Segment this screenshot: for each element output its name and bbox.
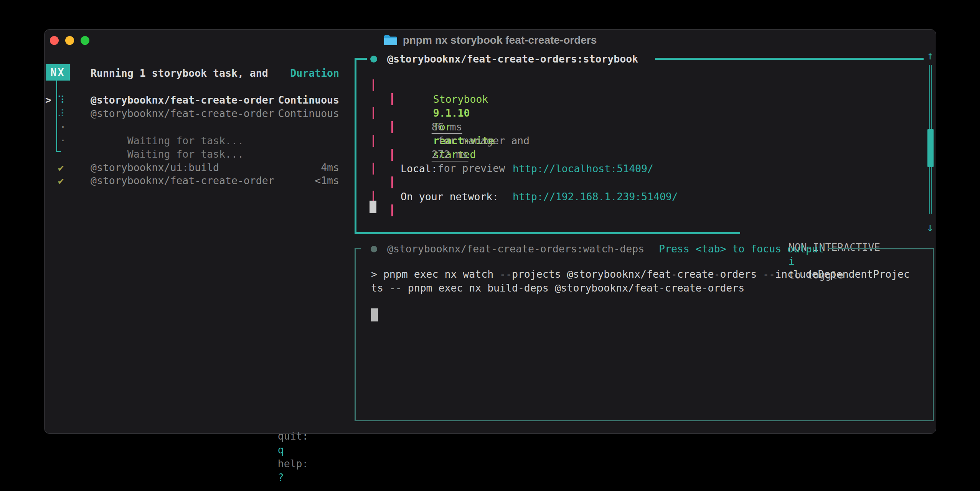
idle-task-dot-icon	[371, 246, 377, 252]
pending-bullet-icon: ·	[60, 120, 66, 134]
network-url-link[interactable]: http://192.168.1.239:51409/	[513, 190, 678, 204]
help-label: help:	[278, 458, 309, 470]
storybook-box-border	[373, 163, 374, 175]
storybook-box-border	[391, 176, 393, 188]
scrollbar-thumb[interactable]	[927, 129, 934, 167]
spinner-icon: ⠹	[57, 93, 64, 107]
scroll-up-icon[interactable]: ↑	[922, 49, 938, 62]
watch-panel-border-top	[828, 248, 934, 249]
task-name: Waiting for task...	[127, 148, 244, 160]
duration-column-header: Duration	[290, 66, 339, 80]
selected-task-marker: >	[45, 93, 51, 107]
terminal-window: pnpm nx storybook feat-create-orders NX …	[44, 29, 936, 434]
watch-panel-border-right	[933, 248, 934, 421]
check-icon: ✔	[58, 174, 64, 188]
scroll-down-icon[interactable]: ↓	[922, 221, 938, 234]
terminal-cursor	[371, 308, 378, 321]
completed-task-row[interactable]: @storybooknx/feat-create-order <1ms	[91, 174, 339, 188]
storybook-box-border	[391, 149, 393, 161]
watch-panel-border-bottom	[355, 420, 934, 421]
watch-command-line: > pnpm exec nx watch --projects @storybo…	[371, 267, 910, 281]
task-list-summary: Running 1 storybook task, and	[91, 66, 268, 80]
focus-output-hint: Press <tab> to focus output	[659, 242, 824, 256]
interactivity-status-bar: NON-INTERACTIVE i to toggle	[752, 227, 886, 296]
task-row[interactable]: @storybooknx/feat-create-order Continuou…	[91, 93, 339, 107]
desktop: pnpm nx storybook feat-create-orders NX …	[0, 0, 980, 491]
quit-label: quit:	[278, 430, 309, 442]
completed-task-row[interactable]: @storybooknx/ui:build 4ms	[91, 161, 339, 175]
storybook-timing-line: 86 ms for manager and 272 ms for preview	[395, 106, 536, 189]
quit-key: q	[278, 444, 284, 456]
spinner-icon: ⠼	[57, 107, 64, 120]
pending-bullet-icon: ·	[60, 133, 66, 147]
task-name: @storybooknx/feat-create-order	[91, 107, 274, 120]
task-name: @storybooknx/ui:build	[91, 161, 219, 175]
storybook-panel-title[interactable]: @storybooknx/feat-create-orders:storyboo…	[387, 52, 638, 66]
storybook-box-border	[391, 93, 393, 105]
window-title: pnpm nx storybook feat-create-orders	[45, 30, 936, 51]
local-label: Local:	[401, 162, 437, 176]
watch-command-line: ts -- pnpm exec nx build-deps @storybook…	[371, 281, 744, 295]
task-name: @storybooknx/feat-create-order	[91, 93, 274, 107]
nx-logo-badge: NX	[46, 64, 70, 81]
help-key: ?	[278, 471, 284, 483]
task-duration: 4ms	[321, 161, 339, 175]
network-label: On your network:	[401, 190, 498, 204]
folder-icon	[384, 35, 398, 46]
task-row[interactable]: @storybooknx/feat-create-order Continuou…	[91, 107, 339, 120]
storybook-panel-border-left	[355, 58, 356, 234]
manager-time: 86 ms	[432, 121, 462, 133]
storybook-panel-border-bottom	[355, 232, 740, 234]
check-icon: ✔	[58, 161, 64, 175]
storybook-word: Storybook	[433, 93, 488, 105]
toggle-key[interactable]: i	[789, 255, 795, 267]
task-status: Continuous	[278, 107, 339, 120]
local-url-link[interactable]: http://localhost:51409/	[513, 162, 653, 176]
storybook-panel-border-top	[655, 58, 924, 60]
window-title-text: pnpm nx storybook feat-create-orders	[403, 34, 597, 46]
storybook-box-border	[373, 107, 374, 119]
timing-text: for preview	[432, 162, 505, 174]
watch-panel-title[interactable]: @storybooknx/feat-create-orders:watch-de…	[387, 242, 644, 256]
titlebar[interactable]: pnpm nx storybook feat-create-orders	[45, 30, 936, 51]
preview-time: 272 ms	[432, 148, 469, 160]
task-tree-corner	[56, 151, 61, 152]
storybook-box-border	[373, 79, 374, 91]
storybook-box-border	[391, 204, 393, 216]
task-duration: <1ms	[315, 174, 339, 188]
terminal-cursor	[370, 201, 376, 213]
task-list-header: Running 1 storybook task, and Duration	[91, 66, 339, 80]
storybook-box-border	[391, 121, 393, 133]
running-task-dot-icon	[370, 56, 377, 63]
task-status: Continuous	[278, 93, 339, 107]
timing-text: for manager and	[432, 135, 536, 147]
keybinding-footer: quit: q help: ?	[241, 415, 315, 491]
watch-panel-border-left	[355, 248, 356, 421]
task-name: @storybooknx/feat-create-order	[91, 174, 274, 188]
storybook-box-border	[373, 135, 374, 147]
